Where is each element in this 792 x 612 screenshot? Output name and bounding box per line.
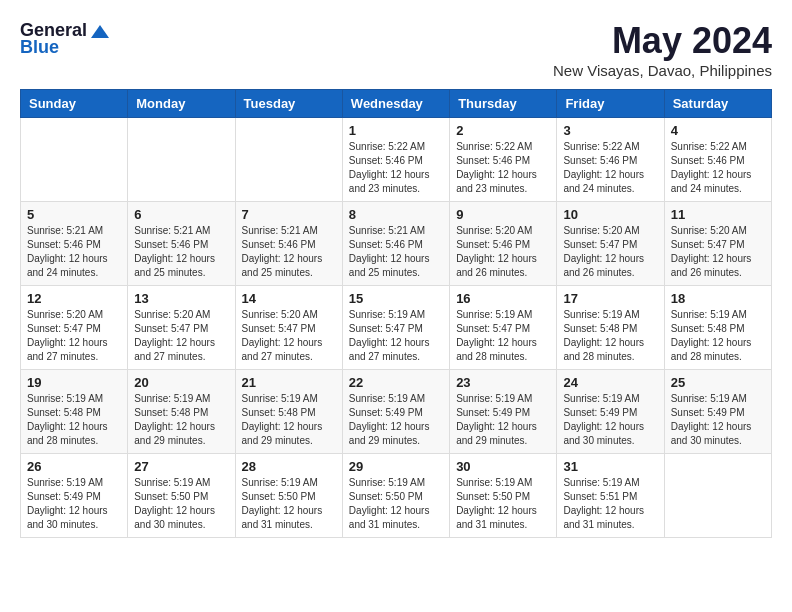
sunrise: Sunrise: 5:20 AM	[563, 225, 639, 236]
sunrise: Sunrise: 5:19 AM	[349, 477, 425, 488]
cell-0-6: 4Sunrise: 5:22 AMSunset: 5:46 PMDaylight…	[664, 118, 771, 202]
day-number: 1	[349, 123, 443, 138]
day-info: Sunrise: 5:21 AMSunset: 5:46 PMDaylight:…	[242, 224, 336, 280]
cell-2-0: 12Sunrise: 5:20 AMSunset: 5:47 PMDayligh…	[21, 286, 128, 370]
daylight: Daylight: 12 hours and 27 minutes.	[242, 337, 323, 362]
day-number: 14	[242, 291, 336, 306]
day-number: 22	[349, 375, 443, 390]
day-info: Sunrise: 5:19 AMSunset: 5:49 PMDaylight:…	[27, 476, 121, 532]
sunrise: Sunrise: 5:19 AM	[134, 393, 210, 404]
day-info: Sunrise: 5:20 AMSunset: 5:47 PMDaylight:…	[134, 308, 228, 364]
daylight: Daylight: 12 hours and 31 minutes.	[456, 505, 537, 530]
day-info: Sunrise: 5:19 AMSunset: 5:48 PMDaylight:…	[134, 392, 228, 448]
daylight: Daylight: 12 hours and 30 minutes.	[134, 505, 215, 530]
sunrise: Sunrise: 5:20 AM	[456, 225, 532, 236]
week-row-5: 26Sunrise: 5:19 AMSunset: 5:49 PMDayligh…	[21, 454, 772, 538]
day-info: Sunrise: 5:19 AMSunset: 5:50 PMDaylight:…	[134, 476, 228, 532]
sunrise: Sunrise: 5:20 AM	[242, 309, 318, 320]
header-tuesday: Tuesday	[235, 90, 342, 118]
day-info: Sunrise: 5:22 AMSunset: 5:46 PMDaylight:…	[349, 140, 443, 196]
day-info: Sunrise: 5:21 AMSunset: 5:46 PMDaylight:…	[27, 224, 121, 280]
day-info: Sunrise: 5:19 AMSunset: 5:48 PMDaylight:…	[27, 392, 121, 448]
week-row-2: 5Sunrise: 5:21 AMSunset: 5:46 PMDaylight…	[21, 202, 772, 286]
sunrise: Sunrise: 5:19 AM	[27, 477, 103, 488]
sunset: Sunset: 5:47 PM	[349, 323, 423, 334]
day-number: 2	[456, 123, 550, 138]
cell-3-6: 25Sunrise: 5:19 AMSunset: 5:49 PMDayligh…	[664, 370, 771, 454]
day-info: Sunrise: 5:20 AMSunset: 5:47 PMDaylight:…	[242, 308, 336, 364]
cell-3-0: 19Sunrise: 5:19 AMSunset: 5:48 PMDayligh…	[21, 370, 128, 454]
sunset: Sunset: 5:50 PM	[242, 491, 316, 502]
day-info: Sunrise: 5:21 AMSunset: 5:46 PMDaylight:…	[349, 224, 443, 280]
sunset: Sunset: 5:51 PM	[563, 491, 637, 502]
day-info: Sunrise: 5:19 AMSunset: 5:47 PMDaylight:…	[349, 308, 443, 364]
day-number: 27	[134, 459, 228, 474]
cell-1-0: 5Sunrise: 5:21 AMSunset: 5:46 PMDaylight…	[21, 202, 128, 286]
cell-3-4: 23Sunrise: 5:19 AMSunset: 5:49 PMDayligh…	[450, 370, 557, 454]
daylight: Daylight: 12 hours and 28 minutes.	[456, 337, 537, 362]
day-number: 23	[456, 375, 550, 390]
daylight: Daylight: 12 hours and 23 minutes.	[349, 169, 430, 194]
day-number: 20	[134, 375, 228, 390]
day-info: Sunrise: 5:19 AMSunset: 5:50 PMDaylight:…	[242, 476, 336, 532]
cell-2-1: 13Sunrise: 5:20 AMSunset: 5:47 PMDayligh…	[128, 286, 235, 370]
header-sunday: Sunday	[21, 90, 128, 118]
cell-0-1	[128, 118, 235, 202]
sunset: Sunset: 5:47 PM	[242, 323, 316, 334]
daylight: Daylight: 12 hours and 29 minutes.	[242, 421, 323, 446]
cell-2-6: 18Sunrise: 5:19 AMSunset: 5:48 PMDayligh…	[664, 286, 771, 370]
sunrise: Sunrise: 5:19 AM	[456, 393, 532, 404]
day-info: Sunrise: 5:19 AMSunset: 5:48 PMDaylight:…	[563, 308, 657, 364]
sunset: Sunset: 5:46 PM	[456, 239, 530, 250]
day-info: Sunrise: 5:19 AMSunset: 5:49 PMDaylight:…	[456, 392, 550, 448]
cell-4-6	[664, 454, 771, 538]
daylight: Daylight: 12 hours and 24 minutes.	[27, 253, 108, 278]
day-info: Sunrise: 5:19 AMSunset: 5:50 PMDaylight:…	[456, 476, 550, 532]
daylight: Daylight: 12 hours and 27 minutes.	[134, 337, 215, 362]
cell-1-1: 6Sunrise: 5:21 AMSunset: 5:46 PMDaylight…	[128, 202, 235, 286]
sunrise: Sunrise: 5:19 AM	[563, 309, 639, 320]
cell-3-2: 21Sunrise: 5:19 AMSunset: 5:48 PMDayligh…	[235, 370, 342, 454]
cell-1-5: 10Sunrise: 5:20 AMSunset: 5:47 PMDayligh…	[557, 202, 664, 286]
daylight: Daylight: 12 hours and 31 minutes.	[349, 505, 430, 530]
sunset: Sunset: 5:48 PM	[27, 407, 101, 418]
cell-4-1: 27Sunrise: 5:19 AMSunset: 5:50 PMDayligh…	[128, 454, 235, 538]
daylight: Daylight: 12 hours and 23 minutes.	[456, 169, 537, 194]
day-number: 28	[242, 459, 336, 474]
daylight: Daylight: 12 hours and 30 minutes.	[671, 421, 752, 446]
sunset: Sunset: 5:46 PM	[349, 155, 423, 166]
sunset: Sunset: 5:50 PM	[456, 491, 530, 502]
day-number: 31	[563, 459, 657, 474]
day-info: Sunrise: 5:19 AMSunset: 5:49 PMDaylight:…	[349, 392, 443, 448]
sunrise: Sunrise: 5:19 AM	[563, 477, 639, 488]
calendar-header-row: SundayMondayTuesdayWednesdayThursdayFrid…	[21, 90, 772, 118]
cell-3-3: 22Sunrise: 5:19 AMSunset: 5:49 PMDayligh…	[342, 370, 449, 454]
daylight: Daylight: 12 hours and 25 minutes.	[349, 253, 430, 278]
sunrise: Sunrise: 5:22 AM	[671, 141, 747, 152]
daylight: Daylight: 12 hours and 25 minutes.	[134, 253, 215, 278]
day-number: 8	[349, 207, 443, 222]
sunset: Sunset: 5:49 PM	[27, 491, 101, 502]
sunset: Sunset: 5:46 PM	[242, 239, 316, 250]
sunset: Sunset: 5:46 PM	[456, 155, 530, 166]
daylight: Daylight: 12 hours and 31 minutes.	[242, 505, 323, 530]
day-number: 19	[27, 375, 121, 390]
sunset: Sunset: 5:47 PM	[671, 239, 745, 250]
daylight: Daylight: 12 hours and 24 minutes.	[671, 169, 752, 194]
sunrise: Sunrise: 5:21 AM	[242, 225, 318, 236]
daylight: Daylight: 12 hours and 26 minutes.	[563, 253, 644, 278]
daylight: Daylight: 12 hours and 28 minutes.	[671, 337, 752, 362]
day-number: 10	[563, 207, 657, 222]
daylight: Daylight: 12 hours and 28 minutes.	[27, 421, 108, 446]
cell-2-3: 15Sunrise: 5:19 AMSunset: 5:47 PMDayligh…	[342, 286, 449, 370]
cell-0-3: 1Sunrise: 5:22 AMSunset: 5:46 PMDaylight…	[342, 118, 449, 202]
day-info: Sunrise: 5:20 AMSunset: 5:47 PMDaylight:…	[27, 308, 121, 364]
sunset: Sunset: 5:46 PM	[563, 155, 637, 166]
sunset: Sunset: 5:46 PM	[27, 239, 101, 250]
day-number: 16	[456, 291, 550, 306]
header-monday: Monday	[128, 90, 235, 118]
daylight: Daylight: 12 hours and 31 minutes.	[563, 505, 644, 530]
sunset: Sunset: 5:49 PM	[456, 407, 530, 418]
sunrise: Sunrise: 5:19 AM	[27, 393, 103, 404]
sunset: Sunset: 5:49 PM	[563, 407, 637, 418]
